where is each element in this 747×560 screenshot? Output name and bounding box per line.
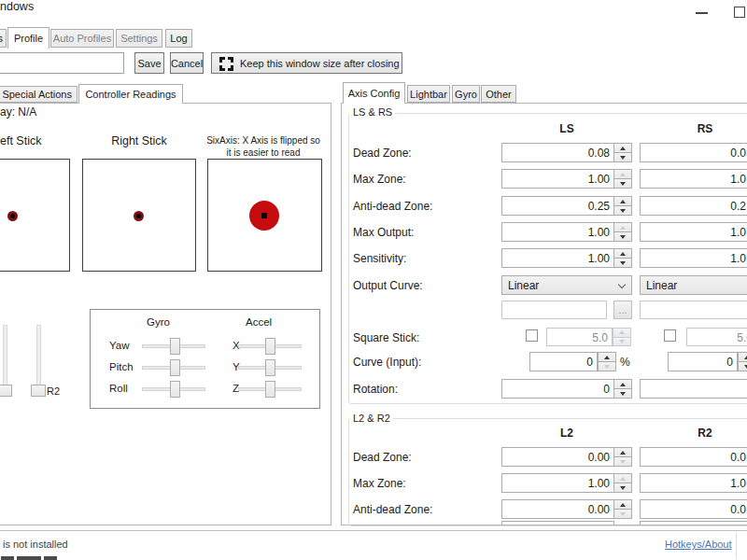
rs-anti-dead-zone-field[interactable]: 0.2: [640, 196, 747, 216]
ls-custom-curve-field[interactable]: [501, 301, 607, 319]
ls-dead-zone-field[interactable]: 0.08: [501, 143, 614, 162]
r2-anti-dead-zone-field[interactable]: 0.0: [640, 499, 747, 519]
accel-y-slider-thumb[interactable]: [265, 359, 275, 376]
status-message: is not installed: [3, 539, 68, 550]
r2-dead-zone-field[interactable]: 0.0: [640, 447, 747, 467]
arrow-up-icon: [619, 330, 625, 334]
tab-profile[interactable]: Profile: [7, 27, 49, 49]
pitch-slider-thumb[interactable]: [170, 359, 180, 376]
ls-max-zone-spinner[interactable]: [613, 169, 632, 189]
l2-anti-dead-zone-spinner[interactable]: [613, 499, 632, 519]
spin-down-button[interactable]: [613, 178, 632, 189]
roll-label: Roll: [109, 383, 128, 394]
l2-anti-dead-zone-field[interactable]: 0.00: [501, 499, 614, 519]
ls-anti-dead-zone-field[interactable]: 0.25: [501, 196, 614, 216]
spin-down-button[interactable]: [613, 388, 632, 399]
rs-custom-curve-field[interactable]: [640, 301, 747, 319]
max-zone-label: Max Zone:: [353, 173, 406, 186]
ls-max-zone-field[interactable]: 1.00: [501, 169, 614, 189]
tab-lightbar[interactable]: Lightbar: [407, 85, 450, 103]
l2-max-zone-spinner[interactable]: [613, 473, 632, 493]
ls-max-output-field[interactable]: 1.00: [501, 222, 614, 242]
arrow-up-icon: [620, 503, 626, 507]
left-stick-label: eft Stick: [0, 134, 41, 147]
tab-settings[interactable]: Settings: [116, 29, 162, 48]
maximize-icon[interactable]: [734, 7, 745, 18]
ls-anti-dead-zone-spinner[interactable]: [613, 196, 632, 216]
cancel-button[interactable]: Cancel: [170, 52, 204, 74]
tab-other[interactable]: Other: [481, 85, 516, 103]
spin-down-button[interactable]: [738, 361, 747, 371]
spin-down-button[interactable]: [613, 205, 632, 216]
hotkeys-about-link[interactable]: Hotkeys/About: [665, 539, 732, 550]
ls-square-stick-spinner[interactable]: [613, 328, 631, 346]
rs-sensitivity-field[interactable]: 1.0: [640, 248, 747, 268]
l2-dead-zone-field[interactable]: 0.00: [501, 447, 614, 467]
ls-max-output-spinner[interactable]: [613, 222, 632, 242]
l2-slider-thumb[interactable]: [0, 385, 12, 397]
tab-log[interactable]: Log: [165, 29, 192, 48]
rs-output-curve-dropdown[interactable]: Linear: [640, 275, 747, 295]
roll-slider-thumb[interactable]: [170, 381, 180, 398]
ls-rotation-spinner[interactable]: [613, 379, 632, 399]
ls-sensitivity-field[interactable]: 1.00: [501, 248, 614, 268]
rs-max-output-field[interactable]: 1.0: [640, 222, 747, 242]
arrow-up-icon: [620, 173, 626, 176]
tab-special-actions[interactable]: Special Actions: [0, 86, 78, 103]
r2-max-zone-field[interactable]: 1.0: [640, 473, 747, 493]
rs-dead-zone-field[interactable]: 0.0: [640, 143, 747, 162]
tab-axis-config[interactable]: Axis Config: [343, 82, 405, 104]
ls-custom-curve-browse-button[interactable]: ...: [613, 301, 632, 319]
rs-rotation-field[interactable]: [640, 379, 747, 399]
yaw-slider-thumb[interactable]: [170, 338, 180, 355]
ls-curve-input-field[interactable]: 0: [529, 352, 598, 371]
spin-down-button[interactable]: [613, 337, 631, 347]
ls-square-stick-field[interactable]: 5.0: [546, 328, 613, 346]
ls-output-curve-dropdown[interactable]: Linear: [501, 275, 632, 295]
rs-curve-input-field[interactable]: 0: [668, 352, 738, 371]
save-button[interactable]: Save: [134, 52, 164, 74]
l2-max-zone-field[interactable]: 1.00: [501, 473, 614, 493]
ls-column-header: LS: [501, 122, 632, 135]
spin-down-button[interactable]: [613, 509, 632, 519]
spin-down-button[interactable]: [613, 231, 632, 242]
spin-down-button[interactable]: [613, 456, 632, 467]
l2-anti-dead-zone-label: Anti-dead Zone:: [353, 503, 432, 516]
curve-input-label: Curve (Input):: [353, 356, 421, 369]
accel-x-slider-thumb[interactable]: [265, 338, 275, 355]
arrow-down-icon: [620, 182, 626, 186]
r2-slider-label: R2: [47, 385, 60, 397]
tab-gyro[interactable]: Gyro: [452, 85, 480, 103]
arrow-up-icon: [620, 477, 626, 481]
l2-dead-zone-spinner[interactable]: [613, 447, 632, 467]
ls-rotation-field[interactable]: 0: [501, 379, 614, 399]
arrow-down-icon: [604, 365, 610, 369]
minimize-icon[interactable]: [696, 12, 708, 14]
spin-down-button[interactable]: [613, 483, 632, 493]
ls-curve-input-spinner[interactable]: [598, 352, 616, 371]
rs-square-stick-checkbox[interactable]: [664, 329, 676, 342]
max-output-label: Max Output:: [353, 226, 414, 239]
tab-controller-readings[interactable]: Controller Readings: [78, 84, 183, 104]
gyro-header: Gyro: [147, 316, 170, 328]
keep-window-size-button[interactable]: Keep this window size after closing: [211, 52, 402, 74]
tab-auto-profiles[interactable]: Auto Profiles: [50, 29, 114, 48]
rs-square-stick-field[interactable]: 5.0: [686, 328, 747, 346]
profile-name-input[interactable]: [0, 52, 124, 74]
arrow-up-icon: [604, 356, 610, 359]
ls-rs-group-label: LS & RS: [350, 106, 395, 118]
spin-down-button[interactable]: [613, 258, 632, 268]
arrow-down-icon: [619, 340, 625, 343]
accel-z-slider-thumb[interactable]: [265, 381, 275, 398]
tab-controllers-partial[interactable]: s: [0, 29, 7, 48]
r2-slider-thumb[interactable]: [31, 385, 46, 397]
rs-curve-input-spinner[interactable]: [738, 352, 747, 371]
spin-down-button[interactable]: [613, 152, 632, 162]
square-stick-label: Square Stick:: [353, 331, 419, 344]
ls-square-stick-checkbox[interactable]: [526, 329, 538, 342]
ls-dead-zone-spinner[interactable]: [613, 143, 632, 162]
rs-max-zone-field[interactable]: 1.0: [640, 169, 747, 189]
spin-down-button[interactable]: [598, 361, 616, 371]
l2-r2-group-label: L2 & R2: [350, 413, 393, 424]
ls-sensitivity-spinner[interactable]: [613, 248, 632, 268]
